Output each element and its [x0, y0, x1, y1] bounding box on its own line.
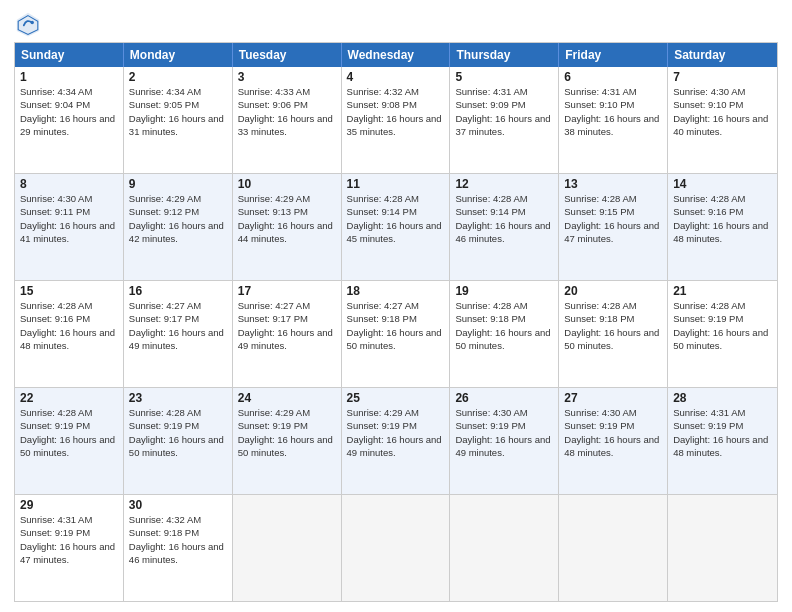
- calendar-cell-3-3: 25Sunrise: 4:29 AMSunset: 9:19 PMDayligh…: [342, 388, 451, 494]
- page: SundayMondayTuesdayWednesdayThursdayFrid…: [0, 0, 792, 612]
- day-info: Sunrise: 4:30 AMSunset: 9:19 PMDaylight:…: [455, 406, 553, 459]
- day-number: 7: [673, 70, 772, 84]
- day-info: Sunrise: 4:33 AMSunset: 9:06 PMDaylight:…: [238, 85, 336, 138]
- calendar-cell-1-4: 12Sunrise: 4:28 AMSunset: 9:14 PMDayligh…: [450, 174, 559, 280]
- day-number: 2: [129, 70, 227, 84]
- day-number: 24: [238, 391, 336, 405]
- day-number: 15: [20, 284, 118, 298]
- day-number: 8: [20, 177, 118, 191]
- day-info: Sunrise: 4:28 AMSunset: 9:16 PMDaylight:…: [673, 192, 772, 245]
- day-info: Sunrise: 4:32 AMSunset: 9:18 PMDaylight:…: [129, 513, 227, 566]
- calendar-cell-4-4: [450, 495, 559, 601]
- day-info: Sunrise: 4:31 AMSunset: 9:19 PMDaylight:…: [673, 406, 772, 459]
- calendar-cell-4-5: [559, 495, 668, 601]
- calendar-cell-3-2: 24Sunrise: 4:29 AMSunset: 9:19 PMDayligh…: [233, 388, 342, 494]
- day-info: Sunrise: 4:27 AMSunset: 9:18 PMDaylight:…: [347, 299, 445, 352]
- day-number: 5: [455, 70, 553, 84]
- cal-header-wednesday: Wednesday: [342, 43, 451, 67]
- cal-header-friday: Friday: [559, 43, 668, 67]
- day-info: Sunrise: 4:30 AMSunset: 9:11 PMDaylight:…: [20, 192, 118, 245]
- cal-header-sunday: Sunday: [15, 43, 124, 67]
- calendar-cell-1-2: 10Sunrise: 4:29 AMSunset: 9:13 PMDayligh…: [233, 174, 342, 280]
- calendar-cell-1-6: 14Sunrise: 4:28 AMSunset: 9:16 PMDayligh…: [668, 174, 777, 280]
- day-number: 28: [673, 391, 772, 405]
- day-info: Sunrise: 4:28 AMSunset: 9:16 PMDaylight:…: [20, 299, 118, 352]
- calendar-cell-2-3: 18Sunrise: 4:27 AMSunset: 9:18 PMDayligh…: [342, 281, 451, 387]
- svg-marker-0: [17, 13, 39, 37]
- day-info: Sunrise: 4:28 AMSunset: 9:15 PMDaylight:…: [564, 192, 662, 245]
- calendar-cell-3-5: 27Sunrise: 4:30 AMSunset: 9:19 PMDayligh…: [559, 388, 668, 494]
- calendar-cell-4-1: 30Sunrise: 4:32 AMSunset: 9:18 PMDayligh…: [124, 495, 233, 601]
- calendar-cell-2-0: 15Sunrise: 4:28 AMSunset: 9:16 PMDayligh…: [15, 281, 124, 387]
- day-number: 17: [238, 284, 336, 298]
- day-info: Sunrise: 4:28 AMSunset: 9:19 PMDaylight:…: [129, 406, 227, 459]
- day-info: Sunrise: 4:34 AMSunset: 9:05 PMDaylight:…: [129, 85, 227, 138]
- calendar-cell-4-2: [233, 495, 342, 601]
- calendar-cell-0-3: 4Sunrise: 4:32 AMSunset: 9:08 PMDaylight…: [342, 67, 451, 173]
- day-number: 29: [20, 498, 118, 512]
- calendar-cell-4-0: 29Sunrise: 4:31 AMSunset: 9:19 PMDayligh…: [15, 495, 124, 601]
- day-number: 12: [455, 177, 553, 191]
- day-info: Sunrise: 4:28 AMSunset: 9:19 PMDaylight:…: [673, 299, 772, 352]
- calendar-row-1: 8Sunrise: 4:30 AMSunset: 9:11 PMDaylight…: [15, 173, 777, 280]
- day-info: Sunrise: 4:31 AMSunset: 9:19 PMDaylight:…: [20, 513, 118, 566]
- calendar-cell-2-6: 21Sunrise: 4:28 AMSunset: 9:19 PMDayligh…: [668, 281, 777, 387]
- calendar-cell-1-1: 9Sunrise: 4:29 AMSunset: 9:12 PMDaylight…: [124, 174, 233, 280]
- day-number: 23: [129, 391, 227, 405]
- calendar-row-4: 29Sunrise: 4:31 AMSunset: 9:19 PMDayligh…: [15, 494, 777, 601]
- day-info: Sunrise: 4:34 AMSunset: 9:04 PMDaylight:…: [20, 85, 118, 138]
- day-number: 21: [673, 284, 772, 298]
- calendar-cell-0-2: 3Sunrise: 4:33 AMSunset: 9:06 PMDaylight…: [233, 67, 342, 173]
- calendar-cell-0-6: 7Sunrise: 4:30 AMSunset: 9:10 PMDaylight…: [668, 67, 777, 173]
- day-number: 6: [564, 70, 662, 84]
- calendar: SundayMondayTuesdayWednesdayThursdayFrid…: [14, 42, 778, 602]
- day-info: Sunrise: 4:30 AMSunset: 9:10 PMDaylight:…: [673, 85, 772, 138]
- calendar-cell-0-5: 6Sunrise: 4:31 AMSunset: 9:10 PMDaylight…: [559, 67, 668, 173]
- calendar-cell-2-5: 20Sunrise: 4:28 AMSunset: 9:18 PMDayligh…: [559, 281, 668, 387]
- day-info: Sunrise: 4:30 AMSunset: 9:19 PMDaylight:…: [564, 406, 662, 459]
- calendar-cell-0-4: 5Sunrise: 4:31 AMSunset: 9:09 PMDaylight…: [450, 67, 559, 173]
- day-number: 20: [564, 284, 662, 298]
- day-number: 9: [129, 177, 227, 191]
- calendar-row-3: 22Sunrise: 4:28 AMSunset: 9:19 PMDayligh…: [15, 387, 777, 494]
- day-info: Sunrise: 4:28 AMSunset: 9:18 PMDaylight:…: [564, 299, 662, 352]
- calendar-cell-4-6: [668, 495, 777, 601]
- day-number: 22: [20, 391, 118, 405]
- calendar-cell-3-1: 23Sunrise: 4:28 AMSunset: 9:19 PMDayligh…: [124, 388, 233, 494]
- day-info: Sunrise: 4:27 AMSunset: 9:17 PMDaylight:…: [238, 299, 336, 352]
- day-info: Sunrise: 4:28 AMSunset: 9:18 PMDaylight:…: [455, 299, 553, 352]
- calendar-row-0: 1Sunrise: 4:34 AMSunset: 9:04 PMDaylight…: [15, 67, 777, 173]
- day-info: Sunrise: 4:28 AMSunset: 9:14 PMDaylight:…: [455, 192, 553, 245]
- calendar-cell-3-0: 22Sunrise: 4:28 AMSunset: 9:19 PMDayligh…: [15, 388, 124, 494]
- calendar-cell-0-1: 2Sunrise: 4:34 AMSunset: 9:05 PMDaylight…: [124, 67, 233, 173]
- calendar-cell-4-3: [342, 495, 451, 601]
- day-number: 26: [455, 391, 553, 405]
- calendar-body: 1Sunrise: 4:34 AMSunset: 9:04 PMDaylight…: [15, 67, 777, 601]
- day-number: 30: [129, 498, 227, 512]
- calendar-cell-3-4: 26Sunrise: 4:30 AMSunset: 9:19 PMDayligh…: [450, 388, 559, 494]
- day-info: Sunrise: 4:29 AMSunset: 9:19 PMDaylight:…: [347, 406, 445, 459]
- cal-header-thursday: Thursday: [450, 43, 559, 67]
- day-info: Sunrise: 4:32 AMSunset: 9:08 PMDaylight:…: [347, 85, 445, 138]
- day-number: 25: [347, 391, 445, 405]
- calendar-header-row: SundayMondayTuesdayWednesdayThursdayFrid…: [15, 43, 777, 67]
- day-number: 14: [673, 177, 772, 191]
- calendar-cell-3-6: 28Sunrise: 4:31 AMSunset: 9:19 PMDayligh…: [668, 388, 777, 494]
- header: [14, 10, 778, 38]
- calendar-cell-1-5: 13Sunrise: 4:28 AMSunset: 9:15 PMDayligh…: [559, 174, 668, 280]
- cal-header-monday: Monday: [124, 43, 233, 67]
- day-info: Sunrise: 4:28 AMSunset: 9:14 PMDaylight:…: [347, 192, 445, 245]
- day-info: Sunrise: 4:29 AMSunset: 9:12 PMDaylight:…: [129, 192, 227, 245]
- svg-point-2: [30, 21, 34, 25]
- logo: [14, 10, 46, 38]
- day-number: 10: [238, 177, 336, 191]
- cal-header-tuesday: Tuesday: [233, 43, 342, 67]
- day-info: Sunrise: 4:27 AMSunset: 9:17 PMDaylight:…: [129, 299, 227, 352]
- cal-header-saturday: Saturday: [668, 43, 777, 67]
- day-number: 1: [20, 70, 118, 84]
- day-number: 13: [564, 177, 662, 191]
- day-number: 18: [347, 284, 445, 298]
- calendar-cell-2-4: 19Sunrise: 4:28 AMSunset: 9:18 PMDayligh…: [450, 281, 559, 387]
- day-info: Sunrise: 4:31 AMSunset: 9:10 PMDaylight:…: [564, 85, 662, 138]
- day-number: 4: [347, 70, 445, 84]
